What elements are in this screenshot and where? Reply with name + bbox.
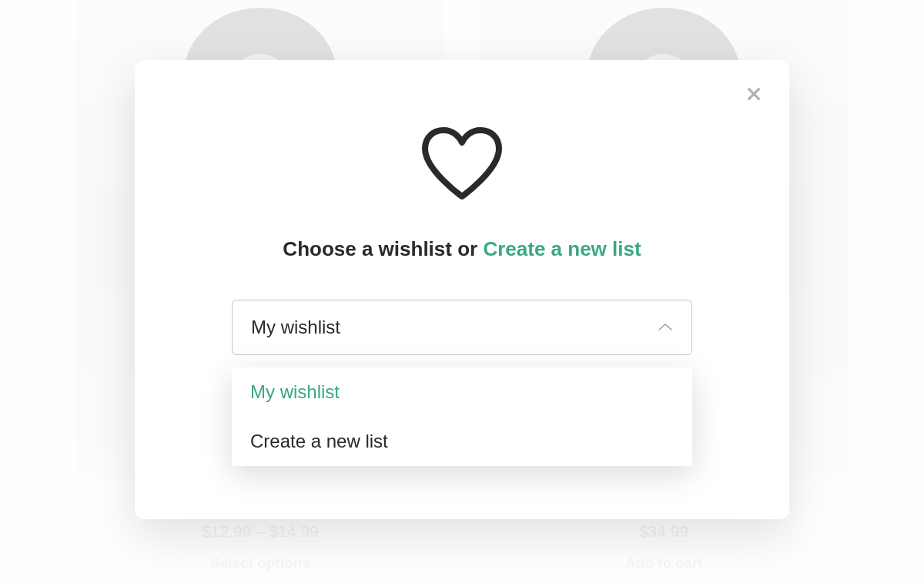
wishlist-modal: Choose a wishlist or Create a new list M… — [135, 60, 789, 519]
wishlist-option-my-wishlist[interactable]: My wishlist — [232, 367, 692, 417]
heart-icon — [416, 122, 508, 206]
wishlist-select: My wishlist My wishlist Create a new lis… — [232, 300, 692, 355]
chevron-up-icon — [658, 323, 673, 332]
wishlist-selected-value: My wishlist — [251, 317, 340, 338]
close-button[interactable] — [742, 82, 766, 106]
wishlist-dropdown: My wishlist Create a new list — [232, 367, 692, 466]
wishlist-select-trigger[interactable]: My wishlist — [232, 300, 692, 355]
wishlist-option-create-new[interactable]: Create a new list — [232, 417, 692, 466]
modal-title-text: Choose a wishlist or — [283, 237, 483, 260]
close-icon — [745, 86, 762, 102]
modal-title: Choose a wishlist or Create a new list — [166, 237, 758, 261]
create-new-list-link[interactable]: Create a new list — [483, 237, 641, 260]
